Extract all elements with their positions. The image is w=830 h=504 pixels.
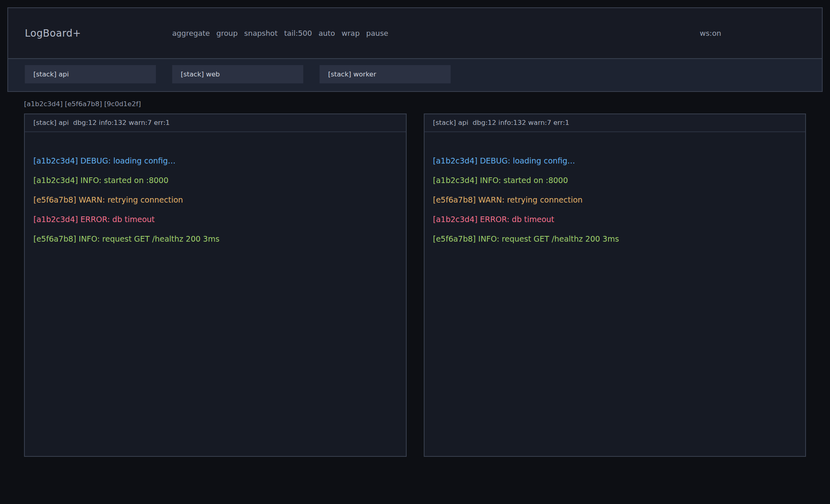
- toolbar: LogBoard+ aggregate group snapshot tail:…: [7, 7, 823, 92]
- log-panel-left: [stack] api dbg:12 info:132 warn:7 err:1…: [24, 113, 407, 457]
- main-content: [a1b2c3d4] [e5f6a7b8] [9c0d1e2f] [stack]…: [7, 100, 823, 457]
- menu-item-wrap[interactable]: wrap: [342, 29, 360, 37]
- log-panels: [stack] api dbg:12 info:132 warn:7 err:1…: [24, 113, 806, 457]
- log-line-debug: [a1b2c3d4] DEBUG: loading config…: [33, 151, 397, 170]
- log-line-debug: [a1b2c3d4] DEBUG: loading config…: [433, 151, 797, 170]
- menu-item-snapshot[interactable]: snapshot: [244, 29, 278, 37]
- stack-tab-worker[interactable]: [stack] worker: [320, 65, 451, 83]
- log-panel-right: [stack] api dbg:12 info:132 warn:7 err:1…: [424, 113, 806, 457]
- toolbar-menu: aggregate group snapshot tail:500 auto w…: [172, 29, 700, 37]
- websocket-status: ws:on: [700, 29, 805, 37]
- log-line-info: [e5f6a7b8] INFO: request GET /healthz 20…: [33, 229, 397, 249]
- log-line-warn: [e5f6a7b8] WARN: retrying connection: [33, 190, 397, 209]
- log-line-info: [a1b2c3d4] INFO: started on :8000: [433, 170, 797, 190]
- menu-item-pause[interactable]: pause: [366, 29, 388, 37]
- menu-item-auto[interactable]: auto: [318, 29, 335, 37]
- stack-tab-api[interactable]: [stack] api: [25, 65, 156, 83]
- log-line-error: [a1b2c3d4] ERROR: db timeout: [433, 209, 797, 229]
- app-title: LogBoard+: [25, 28, 172, 39]
- stack-tabs-row: [stack] api [stack] web [stack] worker: [8, 58, 822, 91]
- breadcrumb: [a1b2c3d4] [e5f6a7b8] [9c0d1e2f]: [24, 100, 806, 108]
- log-line-info: [e5f6a7b8] INFO: request GET /healthz 20…: [433, 229, 797, 249]
- log-line-error: [a1b2c3d4] ERROR: db timeout: [33, 209, 397, 229]
- panel-header: [stack] api dbg:12 info:132 warn:7 err:1: [425, 114, 806, 132]
- stack-tab-web[interactable]: [stack] web: [172, 65, 303, 83]
- toolbar-top-row: LogBoard+ aggregate group snapshot tail:…: [8, 8, 822, 58]
- log-area[interactable]: [a1b2c3d4] DEBUG: loading config… [a1b2c…: [425, 132, 806, 456]
- menu-item-aggregate[interactable]: aggregate: [172, 29, 210, 37]
- log-line-info: [a1b2c3d4] INFO: started on :8000: [33, 170, 397, 190]
- log-area[interactable]: [a1b2c3d4] DEBUG: loading config… [a1b2c…: [25, 132, 406, 456]
- menu-item-tail[interactable]: tail:500: [284, 29, 312, 37]
- log-line-warn: [e5f6a7b8] WARN: retrying connection: [433, 190, 797, 209]
- menu-item-group[interactable]: group: [217, 29, 238, 37]
- panel-header: [stack] api dbg:12 info:132 warn:7 err:1: [25, 114, 406, 132]
